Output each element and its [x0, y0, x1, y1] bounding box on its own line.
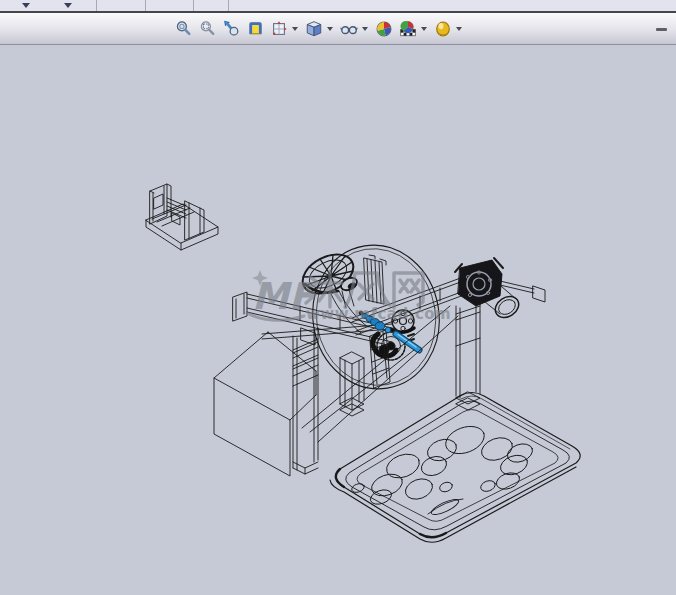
- view-orientation-dropdown[interactable]: [292, 27, 298, 31]
- zoom-to-area-button[interactable]: [196, 17, 218, 41]
- display-style-dropdown[interactable]: [327, 27, 333, 31]
- zoom-to-fit-icon: [175, 20, 192, 37]
- commandmanager-tab-strip: [0, 0, 676, 13]
- heads-up-view-toolbar: [0, 13, 676, 45]
- toolbar-collapse-dash[interactable]: [656, 28, 667, 31]
- tab-divider: [145, 0, 146, 11]
- section-view-icon: [247, 20, 264, 37]
- previous-view-icon: [223, 20, 240, 37]
- baking-tray[interactable]: [330, 393, 580, 543]
- hide-show-items-dropdown[interactable]: [362, 27, 368, 31]
- view-settings-button[interactable]: [432, 17, 454, 41]
- zoom-to-fit-button[interactable]: [172, 17, 194, 41]
- edit-appearance-icon: [375, 20, 393, 38]
- cad-application-window: 沐风网: [0, 0, 676, 595]
- view-orientation-icon: [270, 20, 288, 38]
- tab-dropdown-arrow-2[interactable]: [64, 3, 72, 8]
- apply-scene-button[interactable]: [397, 17, 419, 41]
- section-view-button[interactable]: [244, 17, 266, 41]
- tab-dropdown-arrow-1[interactable]: [22, 3, 30, 8]
- view-orientation-button[interactable]: [268, 17, 290, 41]
- corner-bracket-part[interactable]: [146, 184, 218, 250]
- hide-show-items-icon: [340, 20, 358, 38]
- support-post-right[interactable]: [456, 302, 480, 410]
- watermark-url: www.mfcad.com: [306, 305, 451, 323]
- dough-circles: [351, 421, 536, 517]
- edit-appearance-button[interactable]: [373, 17, 395, 41]
- front-legs[interactable]: [293, 328, 318, 474]
- tab-divider: [228, 0, 229, 11]
- graphics-area[interactable]: 沐风网: [0, 45, 676, 595]
- support-leg-middle[interactable]: [340, 352, 364, 416]
- previous-view-button[interactable]: [220, 17, 242, 41]
- gearbox-motor[interactable]: [455, 258, 523, 322]
- table-panel[interactable]: [214, 332, 316, 476]
- apply-scene-dropdown[interactable]: [421, 27, 427, 31]
- tab-divider: [193, 0, 194, 11]
- tab-divider: [96, 0, 97, 11]
- display-style-button[interactable]: [303, 17, 325, 41]
- apply-scene-icon: [399, 20, 417, 38]
- view-settings-icon: [434, 20, 452, 38]
- view-settings-dropdown[interactable]: [456, 27, 462, 31]
- zoom-to-area-icon: [199, 20, 216, 37]
- hide-show-items-button[interactable]: [338, 17, 360, 41]
- model-wireframe-drawing: MF www.mfcad.com: [0, 45, 676, 595]
- display-style-icon: [305, 20, 323, 38]
- view-tools-group: [172, 17, 465, 41]
